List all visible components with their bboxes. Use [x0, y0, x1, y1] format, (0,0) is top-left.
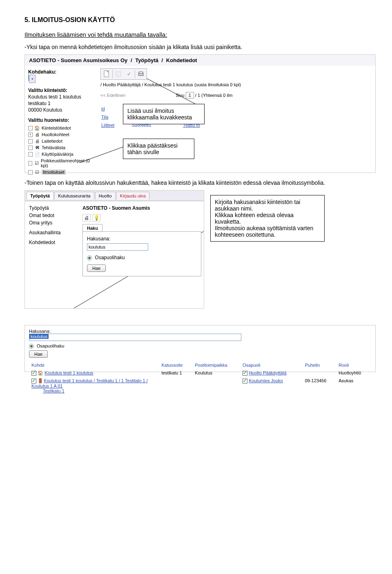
haku-tab[interactable]: Haku [82, 224, 102, 232]
kohdehaku-dropdown[interactable]: ▾ [29, 75, 36, 83]
section-heading: 5. ILMOITUS-OSION KÄYTTÖ [24, 16, 368, 24]
toolbar: ✓ [100, 68, 147, 80]
row-checkbox[interactable] [31, 379, 36, 383]
tab-huolto[interactable]: Huolto [95, 192, 116, 200]
tree-expand-icon[interactable]: · [28, 161, 32, 166]
row-checkbox[interactable] [243, 379, 247, 383]
results-header-row: Kohde Katuosoite Postitoimipaikka Osapuo… [29, 361, 371, 369]
pager-sivu-label: Sivu [176, 93, 184, 98]
tree-item-ilmoitukset[interactable]: ·☑Ilmoitukset [28, 169, 93, 175]
cell-puhelin [303, 369, 336, 377]
mini-toolbar: 🖨 💡 [82, 214, 100, 222]
intro-text-2: -Toinen tapa on käyttää aloitussivun hak… [24, 179, 368, 186]
result-osapuoli-link[interactable]: Koulumies Jouko [249, 378, 283, 383]
hakusana-selected-text: koulutus [29, 334, 49, 339]
check-icon: ☑ [34, 161, 39, 166]
col-puhelin[interactable]: Puhelin [305, 363, 320, 368]
table-row[interactable]: 🚪 Koulutus testi 1 koulutus / Testikatu … [29, 377, 371, 395]
col-postitoimipaikka[interactable]: Postitoimipaikka [195, 363, 227, 368]
row-checkbox[interactable] [243, 371, 247, 376]
result-osapuoli-link[interactable]: Huolto Pääkäyttäjä [249, 370, 286, 375]
haku-panel: Hakusana: Osapuolihaku Hae [82, 231, 201, 276]
house-icon: 🏠 [38, 370, 43, 376]
osapuolihaku-radio[interactable] [29, 344, 34, 349]
screenshot-results: Hakusana: koulutus Osapuolihaku Hae Kohd… [24, 325, 376, 372]
cell-rooli: Asukas [336, 377, 371, 395]
result-kohde-link[interactable]: Koulutus testi 1 koulutus / Testikatu 1 … [31, 378, 148, 388]
tab-tyopoyтa[interactable]: Työpöytä [27, 192, 53, 200]
menu-asukashallinta[interactable]: Asukashallinta [29, 229, 76, 236]
tree-expand-icon[interactable]: · [28, 170, 33, 175]
screenshot-kohdetiedot: ASOTIETO - Suomen Asumisoikeus Oy / Työp… [24, 54, 376, 173]
page-icon: 📄 [34, 152, 40, 157]
col-liitteet[interactable]: Liitteet [101, 123, 114, 128]
print-icon[interactable]: 🖨 [82, 214, 91, 222]
menu-tyopoyтa[interactable]: Työpöytä [29, 204, 76, 212]
osapuolihaku-radio[interactable] [87, 256, 92, 260]
svg-rect-6 [139, 72, 143, 73]
hakusana-label: Hakusana: [29, 329, 51, 334]
cell-post: Koulutus [192, 369, 240, 377]
menu-omat-tiedot[interactable]: Omat tiedot [29, 212, 76, 219]
pager-prev[interactable]: << Edellinen [100, 93, 125, 98]
new-item-button[interactable] [102, 70, 111, 78]
printer-icon: 🖨 [34, 132, 40, 137]
tree-expand-icon[interactable]: + [28, 132, 33, 137]
tools-icon: 🛠 [34, 145, 40, 150]
screenshot-tyopoyта: Työpöytä Kulutusseuranta Huolto Kirjaudu… [24, 190, 204, 309]
hakusana-wide-input[interactable]: koulutus [29, 334, 241, 341]
cell-puhelin: 09-123456 [303, 377, 336, 395]
col-osapuoli[interactable]: Osapuoli [243, 363, 260, 368]
house-icon: 🏠 [34, 126, 40, 130]
asotieto-heading: ASOTIETO - Suomen Asumis [82, 204, 201, 214]
pager: << Edellinen Sivu / 1 (Yhteensä 0 ilm [100, 92, 371, 99]
left-menu: Työpöytä Omat tiedot Oma yritys Asukasha… [25, 201, 80, 249]
result-kohde-sub[interactable]: Testikatu 1 [43, 388, 65, 393]
section-subheading: Ilmoituksen lisäämisen voi tehdä muutama… [24, 31, 368, 38]
valittu-kiinteisto-line: Koulutus testi 1 koulutus [28, 94, 93, 100]
callout-search-instructions: Kirjoita hakusanaksi kiinteistön tai asu… [210, 195, 325, 242]
table-row[interactable]: 🏠 Koulutus testi 1 koulutus testikatu 1 … [29, 369, 371, 377]
col-id[interactable]: id [101, 106, 105, 111]
intro-text-1: -Yksi tapa on mennä kohdetietojen ilmoit… [24, 44, 368, 50]
result-kohde-link[interactable]: Koulutus testi 1 koulutus [45, 370, 93, 375]
tree-expand-icon[interactable]: · [28, 146, 33, 150]
tree-expand-icon[interactable]: · [28, 152, 33, 157]
tab-kirjaudu-ulos[interactable]: Kirjaudu ulos [116, 192, 150, 200]
col-kohde[interactable]: Kohde [31, 363, 45, 368]
pager-total: / 1 (Yhteensä 0 ilm [195, 93, 233, 98]
cell-puhelin: 09-234567 [303, 395, 336, 395]
col-tila[interactable]: Tila [101, 114, 108, 119]
help-icon[interactable]: 💡 [92, 214, 100, 222]
breadcrumb: ASOTIETO - Suomen Asumisoikeus Oy / Työp… [25, 55, 375, 66]
col-rooli[interactable]: Rooli [339, 363, 349, 368]
toolbar-button[interactable] [114, 70, 123, 78]
table-row[interactable]: 🚪 Koulutus testi 1 koulutus / Testikatu … [29, 395, 371, 395]
tree-item-kiinteistotiedot[interactable]: ·🏠Kiinteistötiedot [28, 125, 93, 131]
breadcrumb-level2: Kohdetiedot [166, 57, 197, 63]
hakusana-input[interactable] [87, 243, 148, 251]
row-checkbox[interactable] [31, 371, 36, 376]
tree-item-huoltokohteet[interactable]: +🖨Huoltokohteet [28, 131, 93, 138]
menu-oma-yrityс[interactable]: Oma yritys [29, 219, 76, 226]
print-button[interactable] [136, 70, 146, 78]
tree-item-laitetiedot[interactable]: ·🖨Laitetiedot [28, 138, 93, 144]
breadcrumb-sep: / [160, 57, 165, 63]
menu-kohdetiedot[interactable]: Kohdetiedot [29, 239, 76, 246]
check-icon: ☑ [34, 170, 40, 175]
hae-button[interactable]: Hae [87, 265, 106, 272]
printer-icon: 🖨 [34, 139, 40, 144]
tab-kulutusseuranta[interactable]: Kulutusseuranta [54, 192, 94, 200]
breadcrumb-level1: Työpöytä [135, 57, 158, 63]
nav-tree: ·🏠Kiinteistötiedot +🖨Huoltokohteet ·🖨Lai… [28, 125, 93, 175]
page-number-input[interactable] [186, 92, 194, 99]
tree-expand-icon[interactable]: · [28, 139, 33, 144]
hae-button[interactable]: Hae [29, 350, 48, 358]
tree-item-kayttopaiavakirja[interactable]: ·📄Käyttöpäiväkirja [28, 151, 93, 157]
tree-item-poikkeusohjeet[interactable]: ·☑Poikkeustilanneohjeet (0 kpl) [28, 157, 93, 169]
tree-item-tehtavalista[interactable]: ·🛠Tehtävälista [28, 144, 93, 151]
breadcrumb-brand: ASOTIETO - Suomen Asumisoikeus Oy [29, 57, 127, 63]
col-katuosoite[interactable]: Katuosoite [161, 363, 183, 368]
toolbar-confirm-button[interactable]: ✓ [124, 70, 134, 78]
tree-expand-icon[interactable]: · [28, 126, 33, 130]
